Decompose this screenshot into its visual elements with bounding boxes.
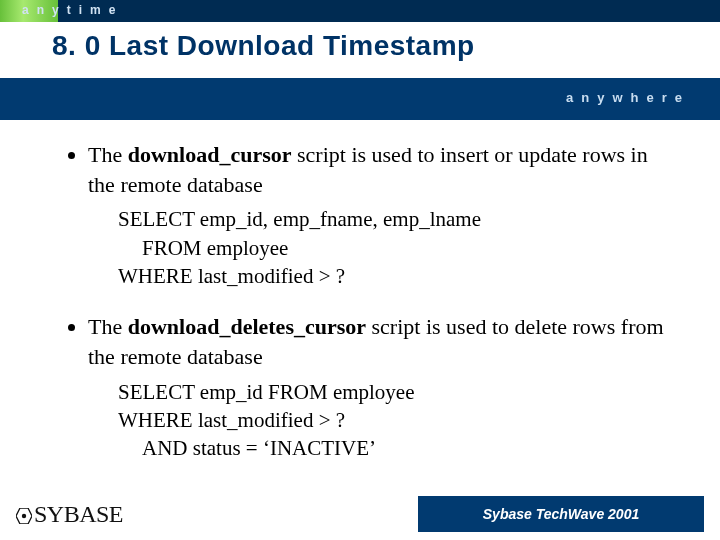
slide-title: 8. 0 Last Download Timestamp xyxy=(0,22,720,62)
techwave-badge: Sybase TechWave 2001 xyxy=(418,496,704,532)
footer: SYBASE Sybase TechWave 2001 xyxy=(16,488,704,532)
tagline-anywhere: anywhere xyxy=(566,90,690,105)
code-block-1: SELECT emp_id, emp_fname, emp_lname FROM… xyxy=(110,205,720,290)
blue-strip: anywhere xyxy=(0,78,720,120)
code-line: SELECT emp_id FROM employee xyxy=(110,378,720,406)
bullet-1: The download_cursor script is used to in… xyxy=(88,140,670,199)
code-line: AND status = ‘INACTIVE’ xyxy=(110,434,720,462)
sybase-logo: SYBASE xyxy=(16,501,123,528)
content-area: The download_cursor script is used to in… xyxy=(0,132,720,485)
code-line: WHERE last_modified > ? xyxy=(110,262,720,290)
code-block-2: SELECT emp_id FROM employee WHERE last_m… xyxy=(110,378,720,463)
bullet-2-bold: download_deletes_cursor xyxy=(128,314,366,339)
techwave-text: Sybase TechWave 2001 xyxy=(483,506,639,522)
tagline-anytime: anytime xyxy=(22,3,123,17)
sybase-hex-icon xyxy=(16,508,32,524)
top-strip: anytime xyxy=(0,0,720,22)
bullet-1-bold: download_cursor xyxy=(128,142,292,167)
title-bar: 8. 0 Last Download Timestamp xyxy=(0,22,720,80)
bullet-1-pre: The xyxy=(88,142,128,167)
sybase-logo-text: SYBASE xyxy=(34,501,123,527)
code-line: FROM employee xyxy=(110,234,720,262)
svg-point-1 xyxy=(22,514,26,518)
bullet-2-pre: The xyxy=(88,314,128,339)
code-line: WHERE last_modified > ? xyxy=(110,406,720,434)
code-line: SELECT emp_id, emp_fname, emp_lname xyxy=(110,205,720,233)
bullet-2: The download_deletes_cursor script is us… xyxy=(88,312,670,371)
